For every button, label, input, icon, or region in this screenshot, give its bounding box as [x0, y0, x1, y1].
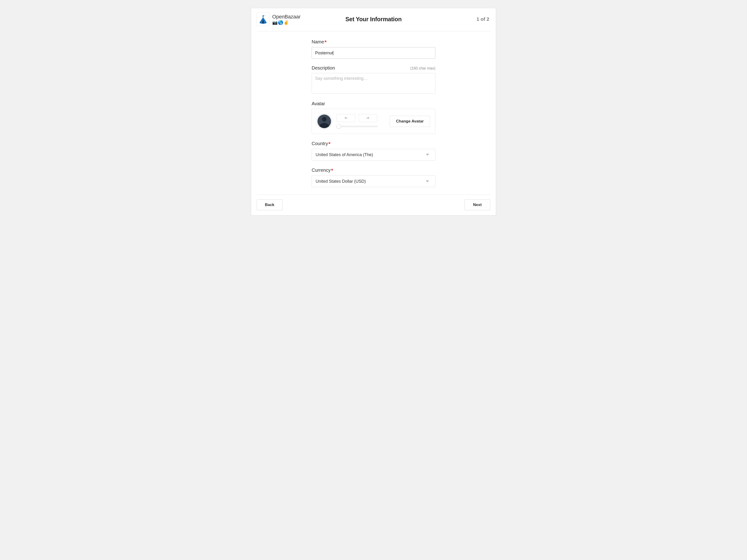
avatar-controls [337, 114, 378, 129]
avatar-zoom-slider[interactable] [337, 124, 378, 129]
svg-rect-0 [263, 15, 263, 17]
undo-button[interactable] [337, 114, 355, 122]
currency-select[interactable]: United States Dollar (USD) [312, 176, 435, 187]
back-button[interactable]: Back [257, 199, 282, 210]
required-indicator: * [329, 141, 331, 147]
brand-subtext-emojis: 📷🌎✌️ [272, 20, 301, 25]
description-label: Description [312, 65, 335, 71]
name-label: Name [312, 39, 324, 44]
currency-value: United States Dollar (USD) [316, 179, 366, 184]
required-indicator: * [325, 39, 327, 45]
redo-icon [365, 116, 370, 121]
avatar-label: Avatar [312, 101, 325, 106]
brand: OpenBazaar 📷🌎✌️ [256, 12, 301, 26]
redo-button[interactable] [359, 114, 377, 122]
chevron-down-icon [426, 180, 429, 182]
slider-thumb[interactable] [336, 124, 341, 129]
undo-icon [344, 116, 348, 121]
country-select[interactable]: United States of America (The) [312, 149, 435, 161]
onboarding-card: OpenBazaar 📷🌎✌️ Set Your Information 1 o… [251, 8, 496, 216]
country-value: United States of America (The) [316, 152, 373, 157]
description-field: Description (160 char max) [312, 65, 435, 95]
currency-label: Currency [312, 167, 331, 173]
description-hint: (160 char max) [410, 66, 435, 71]
card-header: OpenBazaar 📷🌎✌️ Set Your Information 1 o… [251, 8, 496, 31]
avatar-editor: Change Avatar [312, 109, 435, 134]
svg-marker-1 [263, 15, 266, 17]
step-indicator: 1 of 2 [476, 16, 489, 22]
description-input[interactable] [312, 73, 435, 94]
brand-logo-icon [256, 12, 270, 26]
name-input[interactable]: Posternut [312, 47, 435, 59]
next-button[interactable]: Next [465, 199, 490, 210]
form-column: Name* Posternut Description (160 char ma… [312, 39, 435, 190]
card-footer: Back Next [251, 195, 496, 215]
chevron-down-icon [426, 154, 429, 156]
currency-field: Currency* United States Dollar (USD) [312, 167, 435, 187]
country-label: Country [312, 141, 328, 146]
text-cursor [333, 51, 333, 55]
card-body: Name* Posternut Description (160 char ma… [251, 31, 496, 195]
required-indicator: * [331, 167, 333, 174]
change-avatar-button[interactable]: Change Avatar [390, 116, 430, 127]
brand-text: OpenBazaar 📷🌎✌️ [272, 14, 301, 25]
country-field: Country* United States of America (The) [312, 140, 435, 161]
brand-name: OpenBazaar [272, 14, 301, 20]
avatar-field: Avatar [312, 101, 435, 134]
avatar-silhouette-icon [317, 114, 331, 128]
name-field: Name* Posternut [312, 39, 435, 59]
avatar-preview [316, 113, 332, 130]
